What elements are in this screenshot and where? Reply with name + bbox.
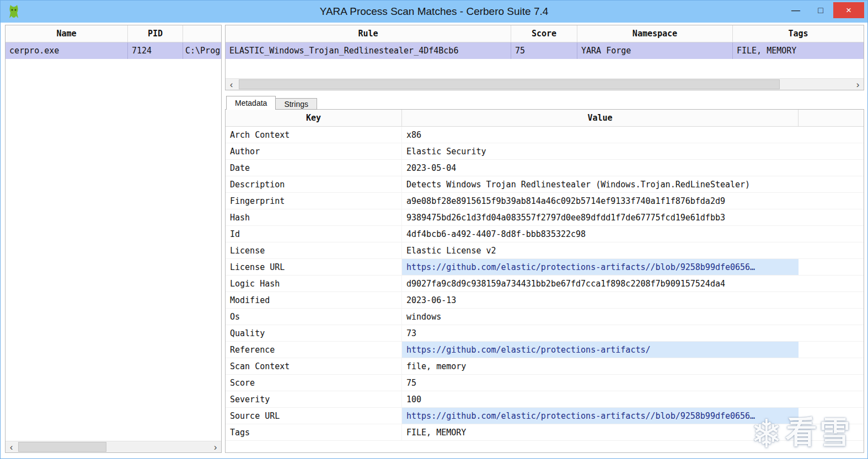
metadata-value-link-cell[interactable]: https://github.com/elastic/protections-a… [402, 408, 799, 424]
column-header-spacer [799, 110, 864, 126]
column-header-score[interactable]: Score [511, 25, 577, 42]
metadata-key-cell: Fingerprint [226, 193, 402, 209]
metadata-value-cell: 4df4bcb6-a492-4407-8d8f-bbb835322c98 [402, 226, 799, 242]
metadata-row[interactable]: Arch Context x86 [226, 127, 864, 143]
minimize-button[interactable]: — [784, 2, 808, 18]
tab-strings[interactable]: Strings [275, 98, 317, 110]
metadata-key-cell: Logic Hash [226, 276, 402, 291]
metadata-row[interactable]: Logic Hash d9027fa9c8d9c938159a734431bb2… [226, 276, 864, 292]
process-pid-cell: 7124 [128, 42, 183, 59]
metadata-table-header: Key Value [226, 110, 864, 127]
metadata-row-spacer [799, 358, 864, 374]
metadata-table-body: Arch Context x86 Author Elastic Security… [226, 127, 864, 441]
matches-hscroll-thumb[interactable] [239, 79, 780, 89]
metadata-value-cell: 75 [402, 375, 799, 391]
detail-tabbar: Metadata Strings [226, 96, 317, 110]
metadata-value-cell: file, memory [402, 358, 799, 374]
metadata-row[interactable]: Author Elastic Security [226, 143, 864, 160]
metadata-row-spacer [799, 242, 864, 258]
metadata-row-spacer [799, 209, 864, 225]
metadata-value-cell: Elastic License v2 [402, 242, 799, 258]
metadata-value-cell: 73 [402, 325, 799, 341]
metadata-key-cell: Modified [226, 292, 402, 308]
metadata-row[interactable]: Hash 9389475bd26c1d3fd04a083557f2797d0ee… [226, 209, 864, 226]
tab-metadata[interactable]: Metadata [226, 96, 276, 110]
metadata-value-link-cell[interactable]: https://github.com/elastic/protections-a… [402, 259, 799, 275]
column-header-pid[interactable]: PID [128, 25, 183, 42]
metadata-value-cell: 100 [402, 391, 799, 407]
metadata-value-cell: Elastic Security [402, 143, 799, 159]
metadata-row[interactable]: Description Detects Windows Trojan Redli… [226, 176, 864, 193]
metadata-row[interactable]: License URL https://github.com/elastic/p… [226, 259, 864, 276]
match-namespace-cell: YARA Forge [577, 42, 733, 59]
window-title: YARA Process Scan Matches - Cerbero Suit… [1, 1, 867, 23]
scroll-left-icon[interactable]: ‹ [6, 441, 17, 452]
metadata-value-cell: Detects Windows Trojan Redlinestealer (W… [402, 176, 799, 192]
metadata-row[interactable]: Tags FILE, MEMORY [226, 424, 864, 441]
metadata-key-cell: Score [226, 375, 402, 391]
close-button[interactable]: × [833, 2, 864, 18]
column-header-name[interactable]: Name [6, 25, 128, 42]
metadata-key-cell: Id [226, 226, 402, 242]
process-hscroll-thumb[interactable] [18, 442, 106, 452]
metadata-row-spacer [799, 309, 864, 325]
metadata-value-cell: 2023-06-13 [402, 292, 799, 308]
matches-table-header: Rule Score Namespace Tags [226, 25, 864, 42]
column-header-namespace[interactable]: Namespace [577, 25, 733, 42]
process-name-cell: cerpro.exe [6, 42, 128, 59]
metadata-key-cell: Source URL [226, 408, 402, 424]
metadata-row[interactable]: Fingerprint a9e08bf28e8915615f9b39ab814a… [226, 193, 864, 209]
metadata-key-cell: Os [226, 309, 402, 325]
metadata-value-cell: d9027fa9c8d9c938159a734431bb2be67fd7cca1… [402, 276, 799, 291]
metadata-key-cell: Tags [226, 424, 402, 440]
matches-hscrollbar[interactable]: ‹ › [226, 78, 864, 90]
metadata-row[interactable]: Severity 100 [226, 391, 864, 408]
process-table-panel: Name PID cerpro.exe 7124 C:\Prog ‹ › [5, 25, 222, 453]
metadata-row[interactable]: Date 2023-05-04 [226, 160, 864, 176]
metadata-row-spacer [799, 424, 864, 440]
metadata-value-cell: FILE, MEMORY [402, 424, 799, 440]
metadata-row[interactable]: Modified 2023-06-13 [226, 292, 864, 309]
column-header-rule[interactable]: Rule [226, 25, 511, 42]
metadata-row-spacer [799, 375, 864, 391]
metadata-key-cell: Scan Context [226, 358, 402, 374]
column-header-path[interactable] [183, 25, 221, 42]
matches-table-panel: Rule Score Namespace Tags ELASTIC_Window… [225, 25, 864, 90]
metadata-row[interactable]: Scan Context file, memory [226, 358, 864, 375]
metadata-key-cell: Quality [226, 325, 402, 341]
scroll-left-icon[interactable]: ‹ [226, 79, 237, 90]
matches-hscroll-track[interactable] [237, 79, 852, 90]
metadata-row[interactable]: Quality 73 [226, 325, 864, 342]
metadata-key-cell: Description [226, 176, 402, 192]
metadata-key-cell: Arch Context [226, 127, 402, 143]
metadata-panel: Key Value Arch Context x86 Author Elasti… [225, 109, 864, 453]
metadata-row-spacer [799, 193, 864, 209]
metadata-row[interactable]: Id 4df4bcb6-a492-4407-8d8f-bbb835322c98 [226, 226, 864, 242]
process-hscrollbar[interactable]: ‹ › [6, 441, 221, 452]
match-score-cell: 75 [511, 42, 577, 59]
column-header-tags[interactable]: Tags [733, 25, 864, 42]
metadata-row-spacer [799, 325, 864, 341]
metadata-row[interactable]: Score 75 [226, 375, 864, 391]
metadata-row[interactable]: Source URL https://github.com/elastic/pr… [226, 408, 864, 424]
metadata-row[interactable]: License Elastic License v2 [226, 242, 864, 259]
process-row-cerpro[interactable]: cerpro.exe 7124 C:\Prog [6, 42, 221, 59]
metadata-row[interactable]: Reference https://github.com/elastic/pro… [226, 342, 864, 358]
metadata-row-spacer [799, 342, 864, 358]
maximize-button[interactable]: □ [808, 2, 833, 18]
metadata-value-link-cell[interactable]: https://github.com/elastic/protections-a… [402, 342, 799, 358]
metadata-value-cell: windows [402, 309, 799, 325]
match-row-elastic[interactable]: ELASTIC_Windows_Trojan_Redlinestealer_4D… [226, 42, 864, 59]
metadata-value-cell: 2023-05-04 [402, 160, 799, 176]
scroll-right-icon[interactable]: › [852, 79, 864, 90]
column-header-value[interactable]: Value [402, 110, 799, 126]
metadata-row[interactable]: Os windows [226, 309, 864, 325]
metadata-value-cell: a9e08bf28e8915615f9b39ab814a46c092b5714e… [402, 193, 799, 209]
process-hscroll-track[interactable] [17, 441, 210, 452]
metadata-row-spacer [799, 259, 864, 275]
process-path-cell: C:\Prog [183, 42, 221, 59]
column-header-key[interactable]: Key [226, 110, 402, 126]
app-window: YARA Process Scan Matches - Cerbero Suit… [0, 0, 868, 459]
metadata-key-cell: License URL [226, 259, 402, 275]
scroll-right-icon[interactable]: › [210, 441, 221, 452]
